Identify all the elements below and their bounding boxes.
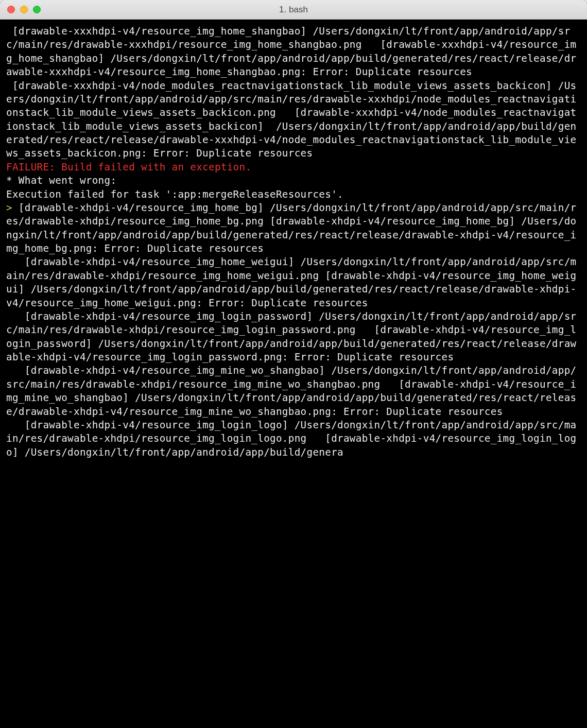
terminal-line: [drawable-xhdpi-v4/resource_img_home_wei…: [6, 255, 581, 310]
terminal-line: [drawable-xhdpi-v4/resource_img_login_pa…: [6, 310, 581, 365]
window-title: 1. bash: [0, 5, 587, 15]
window-titlebar[interactable]: 1. bash: [0, 0, 587, 20]
terminal-line: [drawable-xhdpi-v4/resource_img_login_lo…: [6, 419, 581, 459]
traffic-lights: [0, 6, 41, 13]
minimize-icon[interactable]: [20, 6, 28, 13]
terminal-line: FAILURE: Build failed with an exception.: [6, 161, 581, 174]
terminal-output[interactable]: [drawable-xxxhdpi-v4/resource_img_home_s…: [0, 20, 587, 728]
terminal-line: > [drawable-xhdpi-v4/resource_img_home_b…: [6, 201, 581, 256]
terminal-line: * What went wrong:: [6, 174, 581, 187]
terminal-line: >: [6, 202, 19, 214]
terminal-window: 1. bash [drawable-xxxhdpi-v4/resource_im…: [0, 0, 587, 728]
terminal-line: Execution failed for task ':app:mergeRel…: [6, 188, 581, 201]
maximize-icon[interactable]: [33, 6, 41, 13]
close-icon[interactable]: [7, 6, 15, 13]
terminal-line: [drawable-xxxhdpi-v4/node_modules_reactn…: [6, 79, 581, 161]
terminal-line: [drawable-xxxhdpi-v4/resource_img_home_s…: [6, 25, 581, 79]
terminal-line: [drawable-xhdpi-v4/resource_img_mine_wo_…: [6, 364, 581, 419]
